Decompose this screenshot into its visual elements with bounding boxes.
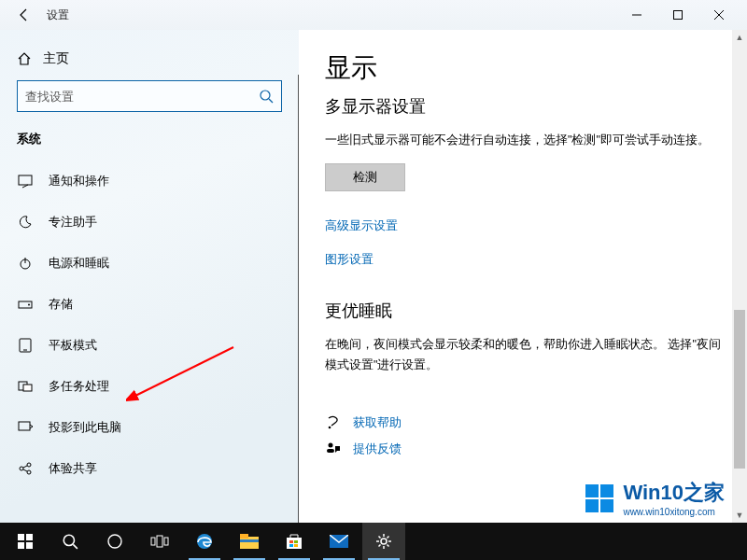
svg-point-23 [329,442,333,447]
scroll-up[interactable]: ▲ [732,30,747,45]
window-title: 设置 [41,7,69,23]
feedback-icon [325,441,342,457]
svg-rect-38 [240,539,259,542]
taskbar-taskview[interactable] [138,523,181,560]
sidebar-item-label: 平板模式 [49,337,97,354]
search-input[interactable] [25,90,259,104]
svg-rect-42 [289,544,293,547]
detect-button[interactable]: 检测 [325,163,405,191]
svg-rect-15 [19,422,30,430]
section-sleep: 更优睡眠 [325,300,721,322]
svg-point-16 [20,467,23,470]
feedback-link[interactable]: 提供反馈 [325,441,721,457]
close-button[interactable] [698,2,740,28]
taskbar-settings[interactable] [362,523,405,560]
svg-rect-34 [164,538,168,545]
svg-line-5 [269,99,273,103]
sidebar-item-label: 通知和操作 [49,173,109,189]
svg-rect-33 [157,536,162,547]
taskbar-cortana[interactable] [93,523,136,560]
svg-rect-24 [327,449,334,453]
sidebar-home[interactable]: 主页 [0,45,299,80]
sidebar-item-label: 体验共享 [49,460,97,477]
tablet-icon [17,337,34,354]
svg-rect-32 [151,538,155,545]
svg-point-10 [28,304,30,306]
sidebar-item-notifications[interactable]: 通知和操作 [0,161,299,202]
storage-icon [17,296,34,313]
link-advanced-display[interactable]: 高级显示设置 [325,217,721,234]
taskbar-edge[interactable] [183,523,226,560]
svg-point-4 [261,91,270,100]
svg-point-17 [27,463,31,467]
project-icon [17,419,34,436]
multimonitor-desc: 一些旧式显示器可能不会进行自动连接，选择"检测"即可尝试手动连接。 [325,131,721,150]
link-graphics[interactable]: 图形设置 [325,251,721,268]
sidebar-item-tablet[interactable]: 平板模式 [0,325,299,366]
watermark: Win10之家 www.win10xitong.com [585,479,725,517]
start-button[interactable] [4,523,47,560]
svg-point-18 [27,470,31,474]
moon-icon [17,214,34,231]
svg-rect-41 [294,540,298,543]
section-multimonitor: 多显示器设置 [325,95,721,118]
sidebar-item-label: 电源和睡眠 [49,255,109,272]
maximize-button[interactable] [657,2,698,28]
taskbar [0,523,747,560]
sidebar: 主页 系统 通知和操作 专注助手 电源和睡眠 存储 [0,30,299,523]
svg-rect-27 [18,542,24,549]
taskbar-search[interactable] [49,523,92,560]
taskbar-store[interactable] [273,523,316,560]
scroll-thumb[interactable] [734,310,745,469]
scroll-down[interactable]: ▼ [732,508,747,523]
svg-rect-6 [19,175,32,185]
svg-rect-40 [289,540,293,543]
scrollbar[interactable]: ▲ ▼ [732,30,747,523]
home-icon [17,51,32,66]
sidebar-item-label: 专注助手 [49,214,97,231]
sidebar-item-project[interactable]: 投影到此电脑 [0,407,299,448]
windows-logo-icon [585,484,613,512]
sidebar-home-label: 主页 [43,50,69,67]
sleep-desc: 在晚间，夜间模式会显示较柔和的暖色，帮助你进入睡眠状态。 选择"夜间模式设置"进… [325,335,721,375]
sidebar-item-label: 多任务处理 [49,378,109,395]
page-title: 显示 [325,50,721,86]
svg-line-20 [23,469,27,471]
watermark-brand: Win10之家 [623,481,725,504]
sidebar-item-label: 存储 [49,296,73,313]
help-link[interactable]: 获取帮助 [325,414,721,431]
svg-line-30 [73,544,78,549]
notification-icon [17,173,34,189]
svg-rect-26 [26,534,33,540]
content-pane: 显示 多显示器设置 一些旧式显示器可能不会进行自动连接，选择"检测"即可尝试手动… [299,30,747,523]
svg-point-22 [329,426,331,428]
feedback-label: 提供反馈 [353,441,402,457]
svg-rect-37 [240,534,248,539]
svg-rect-28 [26,542,33,549]
svg-rect-1 [674,11,683,20]
svg-rect-43 [294,544,298,547]
svg-line-19 [23,466,27,468]
svg-rect-14 [23,385,32,391]
back-button[interactable] [7,2,41,28]
taskbar-mail[interactable] [317,523,360,560]
sidebar-section-head: 系统 [0,131,299,161]
svg-point-45 [381,539,387,544]
svg-point-35 [197,534,212,549]
search-box[interactable] [17,80,282,112]
search-icon [259,89,274,104]
help-label: 获取帮助 [353,414,402,431]
watermark-url: www.win10xitong.com [623,507,725,517]
sidebar-item-power[interactable]: 电源和睡眠 [0,243,299,284]
sidebar-item-label: 投影到此电脑 [49,419,121,436]
titlebar: 设置 [0,0,747,30]
sidebar-item-multitask[interactable]: 多任务处理 [0,366,299,407]
share-icon [17,460,34,477]
multitask-icon [17,378,34,395]
sidebar-item-focus[interactable]: 专注助手 [0,202,299,243]
minimize-button[interactable] [616,2,657,28]
sidebar-item-storage[interactable]: 存储 [0,284,299,325]
taskbar-explorer[interactable] [228,523,271,560]
sidebar-item-share[interactable]: 体验共享 [0,448,299,489]
svg-point-29 [63,535,74,545]
